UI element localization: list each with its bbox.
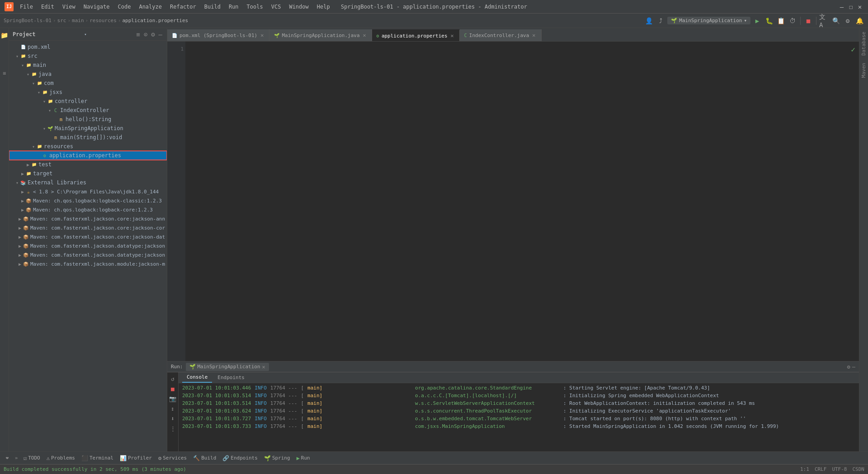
- tree-item-application-props[interactable]: ⚙ application.properties: [9, 151, 167, 160]
- tree-item-com[interactable]: ▾ 📁 com: [9, 79, 167, 88]
- restart-button[interactable]: ↺: [168, 374, 177, 383]
- more-run-options[interactable]: ⋮: [168, 424, 177, 433]
- services-button[interactable]: ⚙ Services: [156, 454, 189, 462]
- tab-close-indexcontroller[interactable]: ✕: [531, 32, 536, 38]
- tree-item-resources[interactable]: ▾ 📁 resources: [9, 142, 167, 151]
- vcs-icon[interactable]: ⤴: [656, 16, 665, 26]
- tree-item-indexcontroller[interactable]: ▾ C IndexController: [9, 106, 167, 115]
- scroll-to-end-icon[interactable]: ⬇: [168, 414, 177, 423]
- menu-build[interactable]: Build: [201, 3, 224, 11]
- debug-button[interactable]: 🐛: [764, 16, 774, 26]
- todo-button[interactable]: ☑ TODO: [21, 454, 43, 462]
- translate-icon[interactable]: 文A: [819, 16, 829, 26]
- screenshot-button[interactable]: 📷: [168, 394, 177, 403]
- tree-item-controller[interactable]: ▾ 📁 controller: [9, 97, 167, 106]
- tree-item-jackson-dat[interactable]: ▶ 📦 Maven: com.fasterxml.jackson.core:ja…: [9, 232, 167, 241]
- coverage-button[interactable]: 📋: [776, 16, 786, 26]
- tab-console[interactable]: Console: [182, 373, 212, 383]
- run-button[interactable]: ▶: [752, 16, 762, 26]
- endpoints-button[interactable]: 🔗 Endpoints: [220, 454, 260, 462]
- panel-hide-icon[interactable]: —: [158, 31, 163, 38]
- menu-view[interactable]: View: [59, 3, 79, 11]
- terminal-button[interactable]: ⬛ Terminal: [79, 454, 116, 462]
- tab-close-props[interactable]: ✕: [450, 33, 455, 39]
- menu-tools[interactable]: Tools: [243, 3, 267, 11]
- position-indicator[interactable]: 1:1: [800, 466, 809, 472]
- build-status[interactable]: Build completed successfully in 2 sec, 5…: [4, 466, 186, 472]
- code-area[interactable]: [185, 42, 859, 361]
- menu-window[interactable]: Window: [285, 3, 312, 11]
- scroll-from-source-icon[interactable]: ⊙: [143, 31, 148, 38]
- notifications-icon[interactable]: 🔔: [854, 16, 864, 26]
- tab-indexcontroller[interactable]: C IndexController.java ✕: [460, 29, 542, 41]
- tab-mainspring[interactable]: 🌱 MainSpringApplication.java ✕: [269, 29, 372, 41]
- menu-code[interactable]: Code: [114, 3, 135, 11]
- problems-button[interactable]: ⚠ Problems: [44, 454, 78, 462]
- tab-close-pom[interactable]: ✕: [259, 32, 264, 38]
- tree-item-jackson-cor[interactable]: ▶ 📦 Maven: com.fasterxml.jackson.core:ja…: [9, 223, 167, 232]
- wrap-button[interactable]: ↕: [168, 404, 177, 413]
- breadcrumb-item-3[interactable]: resources: [90, 18, 117, 23]
- tree-item-jackson-datatype1[interactable]: ▶ 📦 Maven: com.fasterxml.jackson.datatyp…: [9, 241, 167, 250]
- profile-icon[interactable]: 👤: [644, 16, 654, 26]
- project-icon[interactable]: 📁: [1, 32, 8, 39]
- breadcrumb-item-4[interactable]: application.properties: [122, 18, 188, 23]
- fav-icon-right[interactable]: »: [13, 455, 20, 462]
- run-tab-close[interactable]: ✕: [262, 364, 265, 370]
- menu-navigate[interactable]: Navigate: [80, 3, 113, 11]
- tab-endpoints[interactable]: Endpoints: [213, 373, 249, 383]
- tab-close-mainspring[interactable]: ✕: [362, 32, 367, 38]
- run-settings-icon[interactable]: ⚙: [847, 364, 850, 370]
- tree-item-hello[interactable]: m hello():String: [9, 115, 167, 124]
- fav-icon-left[interactable]: ❤: [4, 455, 11, 462]
- menu-help[interactable]: Help: [313, 3, 334, 11]
- menu-refactor[interactable]: Refactor: [166, 3, 200, 11]
- menu-run[interactable]: Run: [225, 3, 242, 11]
- tab-application-props[interactable]: ⚙ application.properties ✕: [372, 29, 460, 41]
- breadcrumb-item-2[interactable]: main: [72, 18, 84, 23]
- structure-icon[interactable]: ≡: [1, 70, 8, 77]
- run-app-tab[interactable]: 🌱 MainSpringApplication ✕: [186, 363, 269, 371]
- tree-item-jsxs[interactable]: ▾ 📁 jsxs: [9, 88, 167, 97]
- run-config-dropdown[interactable]: 🌱 MainSpringApplication ▾: [667, 17, 750, 24]
- settings-icon[interactable]: ⚙: [843, 16, 853, 26]
- tab-pom[interactable]: 📄 pom.xml (SpringBoot-ls-01) ✕: [167, 29, 269, 41]
- stop-run-button[interactable]: ■: [168, 384, 177, 393]
- panel-settings-icon[interactable]: ⚙: [150, 31, 156, 38]
- spring-button[interactable]: 🌱 Spring: [261, 454, 293, 462]
- collapse-all-icon[interactable]: ≡: [135, 31, 141, 38]
- tree-item-src[interactable]: ▾ 📁 src: [9, 52, 167, 61]
- tree-item-main[interactable]: ▾ 📁 main: [9, 61, 167, 70]
- menu-vcs[interactable]: VCS: [268, 3, 285, 11]
- tree-item-java[interactable]: ▾ 📁 java: [9, 70, 167, 79]
- tree-item-jackson-ann[interactable]: ▶ 📦 Maven: com.fasterxml.jackson.core:ja…: [9, 214, 167, 223]
- build-button[interactable]: 🔨 Build: [190, 454, 219, 462]
- tree-item-test[interactable]: ▶ 📁 test: [9, 160, 167, 169]
- profiler-button[interactable]: 📊 Profiler: [117, 454, 155, 462]
- menu-analyze[interactable]: Analyze: [135, 3, 165, 11]
- maximize-button[interactable]: ☐: [847, 3, 854, 10]
- tree-item-target[interactable]: ▶ 📁 target: [9, 169, 167, 178]
- run-toolbar-button[interactable]: ▶ Run: [294, 454, 313, 462]
- tree-item-main-method[interactable]: m main(String[]):void: [9, 133, 167, 142]
- tree-item-jackson-module[interactable]: ▶ 📦 Maven: com.fasterxml.jackson.module:…: [9, 259, 167, 268]
- run-hide-icon[interactable]: —: [852, 364, 855, 370]
- breadcrumb-item-0[interactable]: SpringBoot-ls-01: [4, 18, 52, 23]
- stop-button[interactable]: ■: [803, 16, 813, 26]
- breadcrumb-item-1[interactable]: src: [57, 18, 66, 23]
- tree-item-jdk[interactable]: ▶ ☕ < 1.8 > C:\Program Files\Java\jdk1.8…: [9, 187, 167, 196]
- menu-edit[interactable]: Edit: [38, 3, 58, 11]
- maven-panel-label[interactable]: Maven: [860, 59, 868, 81]
- encoding-indicator[interactable]: UTF-8: [832, 466, 847, 472]
- tree-item-pom[interactable]: 📄 pom.xml: [9, 42, 167, 52]
- menu-file[interactable]: File: [16, 3, 37, 11]
- tree-item-jackson-datatype2[interactable]: ▶ 📦 Maven: com.fasterxml.jackson.datatyp…: [9, 250, 167, 259]
- database-panel-label[interactable]: Database: [860, 28, 868, 59]
- line-ending-indicator[interactable]: CRLF: [815, 466, 827, 472]
- tree-item-ext-libs[interactable]: ▾ 📚 External Libraries: [9, 178, 167, 187]
- tree-item-mainspring[interactable]: ▾ 🌱 MainSpringApplication: [9, 124, 167, 133]
- tree-item-logback-classic[interactable]: ▶ 📦 Maven: ch.qos.logback:logback-classi…: [9, 196, 167, 205]
- minimize-button[interactable]: —: [838, 3, 845, 10]
- profile-run-button[interactable]: ⏱: [788, 16, 797, 26]
- close-button[interactable]: ✕: [856, 3, 863, 10]
